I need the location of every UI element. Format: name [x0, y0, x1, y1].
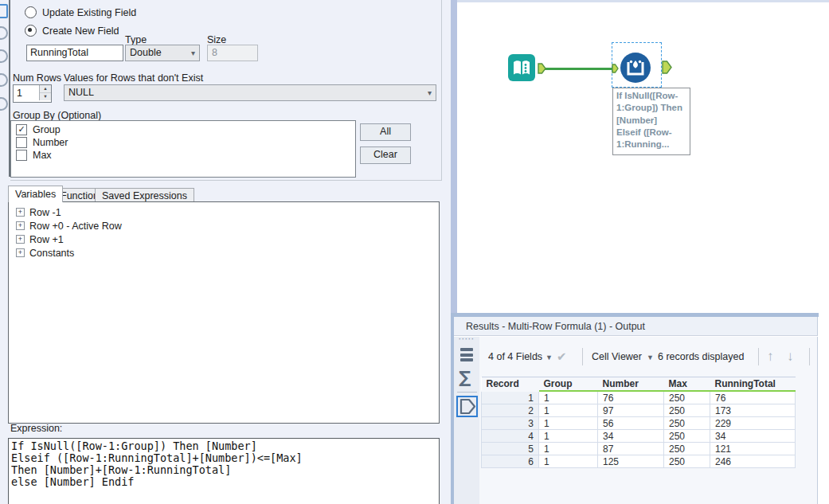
- toolbar-separator: [582, 348, 583, 365]
- tree-item[interactable]: +Row +0 - Active Row: [9, 219, 439, 232]
- num-rows-label: Num Rows: [13, 72, 61, 84]
- group-by-item[interactable]: ✓Group: [11, 123, 355, 136]
- clipped-toolbar-icon[interactable]: [0, 97, 8, 111]
- values-for-rows-label: Values for Rows that don't Exist: [64, 72, 203, 84]
- table-cell: 250: [664, 430, 710, 443]
- input-anchor-icon[interactable]: [612, 64, 619, 73]
- cell-viewer-dropdown[interactable]: Cell Viewer: [592, 351, 642, 362]
- create-new-field-radio[interactable]: [25, 25, 37, 37]
- table-row: 117625076: [482, 391, 796, 404]
- group-by-item[interactable]: Max: [11, 149, 355, 162]
- table-cell: 34: [598, 430, 664, 443]
- table-cell: 76: [598, 391, 664, 404]
- tree-item-label: Row -1: [29, 207, 61, 218]
- table-cell: 1: [539, 430, 598, 443]
- expand-plus-icon[interactable]: +: [16, 221, 25, 230]
- values-for-rows-dropdown[interactable]: NULL ▾: [64, 84, 436, 101]
- table-cell: 76: [710, 391, 796, 404]
- output-anchor-view-selected[interactable]: [456, 396, 478, 417]
- group-by-list[interactable]: ✓GroupNumberMax: [10, 120, 356, 178]
- clipped-toolbar-icon[interactable]: [0, 73, 8, 87]
- multi-row-formula-icon: [620, 53, 651, 83]
- table-cell: 87: [598, 443, 664, 455]
- metadata-view-icon[interactable]: ∑: [459, 368, 471, 387]
- tool-annotation[interactable]: If IsNull([Row-1:Group]) Then[Number]Els…: [612, 88, 690, 155]
- output-anchor-icon[interactable]: [662, 61, 672, 74]
- clear-button[interactable]: Clear: [360, 147, 411, 164]
- table-cell: 6: [482, 455, 539, 468]
- toolbar-separator: [758, 348, 759, 365]
- output-anchor-view-icon: [459, 397, 477, 416]
- group-by-item-label: Max: [33, 150, 52, 161]
- strip-divider: [457, 392, 477, 393]
- table-cell: 250: [664, 391, 710, 404]
- tab-variables[interactable]: Variables: [8, 186, 63, 202]
- annotation-line: 1:Running...: [616, 139, 690, 150]
- table-cell: 250: [664, 443, 710, 455]
- table-cell: 2: [482, 404, 539, 417]
- clipped-toolbar-icon[interactable]: [0, 26, 8, 40]
- column-header[interactable]: Number: [598, 377, 664, 392]
- chevron-down-icon: ▾: [191, 45, 195, 61]
- spin-down-icon[interactable]: ▼: [40, 93, 51, 100]
- output-anchor-icon[interactable]: [538, 63, 546, 74]
- table-cell: 34: [710, 430, 796, 443]
- table-cell: 229: [710, 417, 796, 430]
- all-button[interactable]: All: [360, 123, 411, 141]
- group-by-item[interactable]: Number: [11, 136, 355, 149]
- tree-item-label: Constants: [29, 248, 74, 259]
- variables-tree[interactable]: +Row -1+Row +0 - Active Row+Row +1+Const…: [8, 201, 440, 424]
- panel-splitter[interactable]: [451, 0, 457, 313]
- size-field: 8: [207, 45, 258, 61]
- column-header[interactable]: Max: [664, 377, 710, 392]
- table-cell: 246: [710, 455, 796, 468]
- table-row: 413425034: [482, 430, 796, 443]
- data-view-icon[interactable]: [460, 348, 473, 364]
- checkbox-icon[interactable]: [16, 137, 27, 148]
- tree-item[interactable]: +Row -1: [9, 205, 439, 219]
- fields-dropdown[interactable]: 4 of 4 Fields: [488, 351, 542, 362]
- chevron-down-icon[interactable]: ▼: [647, 354, 654, 361]
- apply-checkmark-icon[interactable]: ✔: [557, 350, 567, 364]
- create-new-field-label: Create New Field: [42, 25, 119, 37]
- field-name-input[interactable]: RunningTotal: [26, 45, 123, 61]
- multi-row-formula-tool[interactable]: [620, 53, 651, 83]
- spin-up-icon[interactable]: ▲: [40, 85, 51, 93]
- drag-handle-icon[interactable]: ·····: [459, 335, 476, 340]
- table-cell: 56: [598, 417, 664, 430]
- table-cell: 3: [482, 417, 539, 430]
- type-dropdown[interactable]: Double ▾: [125, 45, 200, 61]
- table-cell: 250: [664, 417, 710, 430]
- column-header[interactable]: Record: [482, 377, 539, 392]
- configuration-panel: Update Existing Field Create New Field R…: [0, 0, 451, 504]
- group-by-label: Group By (Optional): [13, 110, 101, 121]
- expression-text[interactable]: If IsNull([Row-1:Group]) Then [Number] E…: [9, 439, 439, 490]
- alteryx-designer-screen: Update Existing Field Create New Field R…: [0, 0, 829, 504]
- checkbox-icon[interactable]: [16, 150, 27, 161]
- table-cell: 125: [598, 455, 664, 468]
- checkbox-icon[interactable]: ✓: [16, 124, 27, 135]
- scroll-up-icon[interactable]: ↑: [767, 349, 774, 365]
- clipped-toolbar-icon[interactable]: [0, 4, 8, 18]
- update-existing-field-label: Update Existing Field: [42, 7, 136, 18]
- results-table: RecordGroupNumberMaxRunningTotal 1176250…: [481, 377, 796, 468]
- clipped-toolbar-icon[interactable]: [0, 49, 8, 63]
- tree-item[interactable]: +Constants: [9, 246, 439, 260]
- table-row: 61125250246: [482, 455, 796, 468]
- group-by-item-label: Number: [33, 137, 68, 148]
- chevron-down-icon[interactable]: ▼: [545, 354, 553, 361]
- table-row: 5187250121: [482, 443, 796, 455]
- input-data-tool[interactable]: [508, 54, 535, 81]
- column-header[interactable]: Group: [539, 377, 598, 392]
- expand-plus-icon[interactable]: +: [16, 235, 25, 244]
- scroll-down-icon[interactable]: ↓: [787, 349, 794, 365]
- num-rows-stepper[interactable]: 1 ▲ ▼: [13, 84, 52, 103]
- expression-editor[interactable]: If IsNull([Row-1:Group]) Then [Number] E…: [8, 438, 440, 504]
- tree-item[interactable]: +Row +1: [9, 232, 439, 246]
- expand-plus-icon[interactable]: +: [16, 208, 25, 217]
- results-title: Results - Multi-Row Formula (1) - Output: [454, 317, 818, 336]
- update-existing-field-radio[interactable]: [25, 6, 37, 18]
- expression-label: Expression:: [10, 423, 62, 434]
- column-header[interactable]: RunningTotal: [710, 377, 796, 392]
- expand-plus-icon[interactable]: +: [16, 248, 25, 257]
